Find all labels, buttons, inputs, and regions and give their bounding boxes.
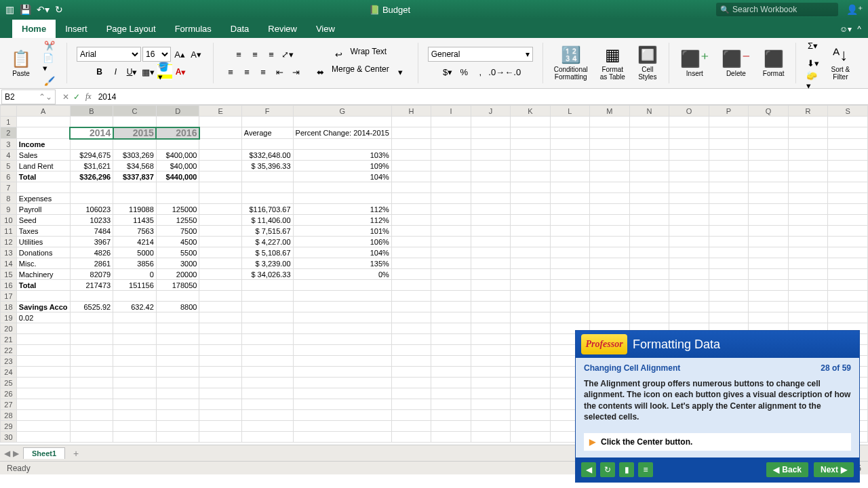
cell-P7[interactable] [709,182,749,193]
cell-H7[interactable] [391,182,431,193]
cell-D12[interactable]: 4500 [156,237,199,247]
cell-N12[interactable] [629,237,669,247]
sheet-nav-next-icon[interactable]: ▶ [13,449,19,458]
cell-I22[interactable] [431,345,471,356]
cell-B11[interactable]: 7484 [70,226,113,237]
autosum-icon[interactable]: Σ▾ [806,38,821,53]
cell-D2[interactable]: 2016 [156,127,199,139]
cell-A10[interactable]: Seed [16,215,70,226]
cell-O9[interactable] [669,204,709,215]
cell-C24[interactable] [113,367,157,378]
cell-H26[interactable] [391,388,431,399]
sheet-tab[interactable]: Sheet1 [23,447,65,459]
cell-B30[interactable] [70,432,113,443]
cell-G21[interactable] [293,334,391,345]
tab-home[interactable]: Home [12,20,56,38]
cell-E21[interactable] [199,334,241,345]
cell-A9[interactable]: Payroll [16,204,70,215]
cell-Q3[interactable] [749,139,789,150]
cell-J27[interactable] [471,399,510,410]
cell-K10[interactable] [511,215,551,226]
cell-J16[interactable] [471,280,510,291]
paste-button[interactable]: 📋Paste [7,48,35,79]
cell-O16[interactable] [669,280,709,291]
cell-J2[interactable] [471,127,510,139]
cell-D19[interactable] [156,312,199,323]
cell-D9[interactable]: 125000 [156,204,199,215]
share-icon[interactable]: 👤⁺ [846,4,863,15]
cell-O7[interactable] [669,182,709,193]
cell-D8[interactable] [156,193,199,204]
collapse-ribbon-icon[interactable]: ^ [857,24,861,34]
cell-H21[interactable] [391,334,431,345]
cell-K6[interactable] [511,171,551,182]
cell-S9[interactable] [828,204,868,215]
cell-G12[interactable]: 106% [293,237,391,247]
cell-E8[interactable] [199,193,241,204]
cell-K8[interactable] [511,193,551,204]
cell-P5[interactable] [709,161,749,171]
cell-C12[interactable]: 4214 [113,237,157,247]
cell-I29[interactable] [431,421,471,432]
cell-D17[interactable] [156,291,199,302]
cell-P6[interactable] [709,171,749,182]
cell-E20[interactable] [199,323,241,334]
cell-L10[interactable] [550,215,589,226]
cell-K26[interactable] [511,388,551,399]
workbook-icon[interactable]: ▥ [5,4,14,15]
cell-E11[interactable] [199,226,241,237]
add-sheet-button[interactable]: + [69,448,83,459]
cell-I9[interactable] [431,204,471,215]
format-painter-icon[interactable]: 🖌️ [42,73,57,88]
cell-I5[interactable] [431,161,471,171]
cell-K2[interactable] [511,127,551,139]
cell-K28[interactable] [511,410,551,421]
cell-G1[interactable] [293,117,391,127]
cell-F27[interactable] [241,399,293,410]
cell-F20[interactable] [241,323,293,334]
cell-A26[interactable] [16,388,70,399]
cell-L17[interactable] [550,291,589,302]
cell-B20[interactable] [70,323,113,334]
cell-A3[interactable]: Income [16,139,70,150]
delete-cells-button[interactable]: ⬛⁻Delete [717,48,755,79]
cell-B25[interactable] [70,378,113,388]
cell-Q12[interactable] [749,237,789,247]
cell-O5[interactable] [669,161,709,171]
format-cells-button[interactable]: ⬛Format [759,48,789,79]
tab-review[interactable]: Review [258,20,307,38]
cell-E6[interactable] [199,171,241,182]
cell-J26[interactable] [471,388,510,399]
cell-C19[interactable] [113,312,157,323]
cell-P12[interactable] [709,237,749,247]
cell-A25[interactable] [16,378,70,388]
align-bottom-icon[interactable]: ≡ [264,47,279,62]
cell-F10[interactable]: $ 11,406.00 [241,215,293,226]
cell-A12[interactable]: Utilities [16,237,70,247]
cell-C20[interactable] [113,323,157,334]
cell-L3[interactable] [550,139,589,150]
cell-I8[interactable] [431,193,471,204]
cell-S7[interactable] [828,182,868,193]
cell-R14[interactable] [788,258,828,269]
cell-D1[interactable] [156,117,199,127]
cell-E26[interactable] [199,388,241,399]
increase-decimal-icon[interactable]: .0→ [489,64,504,79]
cell-E23[interactable] [199,356,241,367]
cell-Q10[interactable] [749,215,789,226]
cell-J12[interactable] [471,237,510,247]
cell-C25[interactable] [113,378,157,388]
cell-R9[interactable] [788,204,828,215]
cell-A17[interactable] [16,291,70,302]
cell-G19[interactable] [293,312,391,323]
cell-L7[interactable] [550,182,589,193]
cell-N15[interactable] [629,269,669,280]
cell-H14[interactable] [391,258,431,269]
cell-I1[interactable] [431,117,471,127]
wrap-text-button[interactable]: Wrap Text [348,47,390,62]
cell-D14[interactable]: 3000 [156,258,199,269]
cell-D20[interactable] [156,323,199,334]
cell-D3[interactable] [156,139,199,150]
cell-H23[interactable] [391,356,431,367]
merge-dropdown-icon[interactable]: ▾ [393,64,408,79]
